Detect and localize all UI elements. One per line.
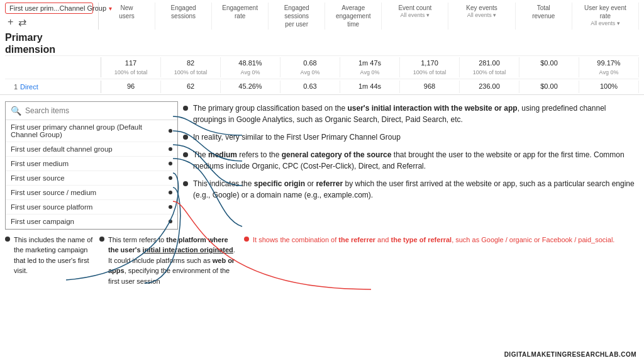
- item-dot-3: [169, 176, 172, 180]
- col-engaged-sessions: Engagedsessions: [155, 3, 212, 30]
- item-dot-4: [169, 191, 172, 194]
- dimension-dropdown[interactable]: First user prim...Channel Group ▾: [5, 3, 93, 14]
- annotations-panel: The primary group classification based o…: [183, 101, 639, 230]
- row1-new-users: 96: [101, 81, 161, 92]
- dropdown-item-0[interactable]: First user primary channel group (Defaul…: [6, 120, 177, 142]
- bullet-platform: [99, 237, 104, 242]
- dropdown-panel: 🔍 First user primary channel group (Defa…: [5, 101, 178, 230]
- total-revenue: $0.00: [519, 57, 579, 77]
- row1-engaged-per-user: 0.63: [280, 81, 340, 92]
- bullet-source-medium: [244, 237, 249, 242]
- annotation-2-text: In reality, very similar to the First Us…: [193, 131, 401, 143]
- bullet-1: [183, 106, 188, 111]
- row-dimension[interactable]: Direct: [20, 83, 96, 91]
- item-dot-5: [169, 205, 172, 209]
- column-headers: Newusers Engagedsessions Engagementrate …: [98, 3, 639, 30]
- dropdown-item-6[interactable]: First user campaign: [6, 215, 177, 229]
- bottom-section: 🔍 First user primary channel group (Defa…: [0, 96, 644, 235]
- total-new-users: 117100% of total: [101, 57, 161, 77]
- row1-key-events: 236.00: [460, 81, 519, 92]
- dropdown-item-5[interactable]: First user source platform: [6, 200, 177, 215]
- total-data-cells: 117100% of total 82100% of total 48.81%A…: [101, 57, 639, 77]
- total-engaged-per-user: 0.68Avg 0%: [280, 57, 340, 77]
- col-user-key-rate: User key eventrateAll events ▾: [572, 3, 639, 30]
- bottom-bullet-campaign: This includes the name of the marketing …: [5, 235, 93, 287]
- col-engagement-rate: Engagementrate: [212, 3, 269, 30]
- item-dot-1: [169, 147, 172, 151]
- bullet-platform-text: This term refers to the platform where t…: [108, 235, 238, 287]
- primary-dimension-title: Primary dimension: [5, 29, 93, 55]
- col-engaged-per-user: Engagedsessionsper user: [269, 3, 325, 30]
- total-avg-engagement: 1m 47sAvg 0%: [340, 57, 400, 77]
- search-row: 🔍: [6, 102, 177, 120]
- annotation-3: The medium refers to the general categor…: [183, 149, 639, 172]
- bottom-bullet-platform: This term refers to the platform where t…: [99, 235, 238, 287]
- annotation-4-text: This indicates the specific origin or re…: [193, 178, 639, 201]
- dropdown-item-2[interactable]: First user medium: [6, 157, 177, 171]
- annotation-2: In reality, very similar to the First Us…: [183, 131, 639, 143]
- bullet-campaign: [5, 237, 10, 242]
- annotation-4: This indicates the specific origin or re…: [183, 178, 639, 201]
- col-new-users: Newusers: [99, 3, 155, 30]
- add-dimension-button[interactable]: +: [5, 15, 16, 29]
- data-row-1: 1 Direct 96 62 45.26% 0.63 1m 44s 968 23…: [5, 79, 639, 94]
- search-input[interactable]: [25, 106, 172, 115]
- row1-avg-engagement: 1m 44s: [340, 81, 400, 92]
- total-row: 117100% of total 82100% of total 48.81%A…: [5, 55, 639, 79]
- row1-user-key-rate: 100%: [579, 81, 639, 92]
- watermark: DIGITALMAKETINGRESEARCHLAB.COM: [504, 351, 636, 358]
- total-user-key-rate: 99.17%Avg 0%: [579, 57, 639, 77]
- bullet-3: [183, 152, 188, 157]
- top-table: First user prim...Channel Group ▾ + ⇄ Pr…: [0, 0, 644, 95]
- total-engagement-rate: 48.81%Avg 0%: [221, 57, 280, 77]
- dropdown-item-3[interactable]: First user source: [6, 171, 177, 186]
- bullet-campaign-text: This includes the name of the marketing …: [14, 235, 93, 276]
- col-avg-engagement: Averageengagementtime: [325, 3, 382, 30]
- item-dot-0: [169, 129, 172, 133]
- row1-engaged-sessions: 62: [161, 81, 221, 92]
- item-dot-2: [169, 162, 172, 165]
- annotation-1: The primary group classification based o…: [183, 103, 639, 125]
- item-dot-6: [169, 220, 172, 223]
- bottom-bullets-row: This includes the name of the marketing …: [0, 235, 644, 292]
- dimension-label: First user prim...Channel Group ▾ + ⇄ Pr…: [5, 3, 93, 55]
- total-engaged-sessions: 82100% of total: [161, 57, 221, 77]
- annotation-1-text: The primary group classification based o…: [193, 103, 639, 125]
- col-total-revenue: Totalrevenue: [516, 3, 572, 30]
- bullet-source-medium-text: It shows the combination of the referrer…: [253, 235, 614, 245]
- row1-event-count: 968: [400, 81, 460, 92]
- annotation-3-text: The medium refers to the general categor…: [193, 149, 639, 172]
- col-event-count: Event countAll events ▾: [382, 3, 448, 30]
- total-key-events: 281.00100% of total: [460, 57, 519, 77]
- row1-data-cells: 96 62 45.26% 0.63 1m 44s 968 236.00 $0.0…: [101, 81, 639, 92]
- dropdown-item-1[interactable]: First user default channel group: [6, 142, 177, 157]
- dropdown-item-4[interactable]: First user source / medium: [6, 186, 177, 200]
- row-number: 1: [8, 83, 20, 91]
- total-event-count: 1,170100% of total: [400, 57, 460, 77]
- dropdown-text: First user prim...Channel Group: [9, 4, 106, 12]
- reorder-button[interactable]: ⇄: [18, 16, 26, 28]
- row1-revenue: $0.00: [519, 81, 579, 92]
- row1-engagement-rate: 45.26%: [221, 81, 280, 92]
- bottom-bullet-source-medium: It shows the combination of the referrer…: [244, 235, 639, 287]
- bullet-2: [183, 135, 188, 140]
- col-key-events: Key eventsAll events ▾: [448, 3, 515, 30]
- search-icon: 🔍: [11, 106, 21, 116]
- bullet-4: [183, 181, 188, 186]
